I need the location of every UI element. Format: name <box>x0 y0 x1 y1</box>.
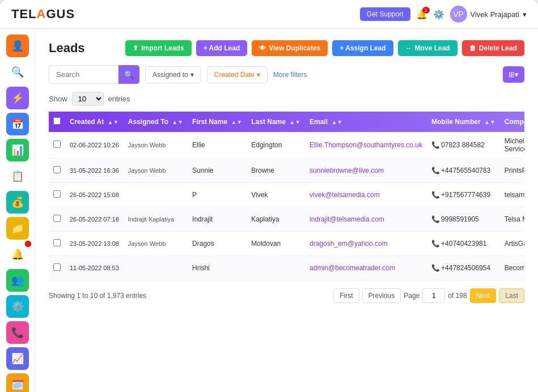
user-name: Vivek Prajapati <box>471 10 519 19</box>
row-assigned-to: Indrajit Kaplatiya <box>124 207 188 232</box>
email-link[interactable]: dragosh_em@yahoo.com <box>310 240 388 248</box>
trash-icon: 🗑 <box>469 44 476 52</box>
row-first-name: Sunnie <box>188 159 247 183</box>
row-company: ArtisGain <box>500 232 524 256</box>
top-bar: TELAGUS Get Support 🔔 1 ⚙️ VP Vivek Praj… <box>0 0 538 29</box>
row-last-name: Browne <box>247 159 305 183</box>
col-last-name: Last Name ▲▼ <box>247 112 305 132</box>
leads-table-wrap: Created At ▲▼ Assigned To ▲▼ First Name … <box>49 112 524 280</box>
sidebar-item-11[interactable]: ⚙️ <box>6 295 29 318</box>
settings-icon[interactable]: ⚙️ <box>433 9 444 20</box>
row-company: telsamedia <box>500 183 524 207</box>
next-page-button[interactable]: Next <box>470 288 497 303</box>
row-checkbox[interactable] <box>53 166 61 173</box>
sidebar-item-1[interactable]: 👤 <box>6 35 29 57</box>
notification-icon[interactable]: 🔔 1 <box>416 9 427 20</box>
sidebar-item-6[interactable]: 📋 <box>6 165 29 188</box>
row-email: dragosh_em@yahoo.com <box>305 232 427 256</box>
email-link[interactable]: Ellie.Thompson@southamtyres.co.uk <box>310 141 422 149</box>
sidebar-item-13[interactable]: 📈 <box>6 347 29 370</box>
row-first-name: P <box>188 183 247 207</box>
sidebar-item-14[interactable]: 🗓️ <box>6 373 29 392</box>
row-checkbox[interactable] <box>53 140 61 148</box>
grid-icon: ⊞ <box>509 70 515 79</box>
select-all-checkbox[interactable] <box>53 117 61 125</box>
row-created-at: 02-06-2022 10:26 <box>65 132 124 159</box>
row-created-at: 26-05-2022 07:18 <box>65 207 124 232</box>
table-row: 26-05-2022 15:08 P Vivek vivek@telsamedi… <box>49 183 524 207</box>
email-link[interactable]: indrajit@telsamedia.com <box>310 215 384 223</box>
add-lead-button[interactable]: + Add Lead <box>196 40 248 56</box>
email-link[interactable]: vivek@telsamedia.com <box>310 191 380 199</box>
row-checkbox-cell <box>49 159 65 183</box>
search-icon: 🔍 <box>124 70 134 79</box>
col-company: Company Name ▲▼ <box>500 112 524 132</box>
row-checkbox[interactable] <box>53 239 61 246</box>
row-first-name: Indrajit <box>188 207 247 232</box>
sidebar-item-8[interactable]: 📁 <box>6 217 29 240</box>
row-checkbox[interactable] <box>53 215 61 222</box>
sidebar-item-12[interactable]: 📞 <box>6 321 29 344</box>
row-mobile: 📞+917567774639 <box>427 183 500 207</box>
view-toggle-button[interactable]: ⊞▾ <box>503 66 524 83</box>
row-first-name: Ellie <box>188 132 247 159</box>
row-email: Ellie.Thompson@southamtyres.co.uk <box>305 132 427 159</box>
of-pages: of 198 <box>448 292 467 300</box>
sidebar-item-3[interactable]: ⚡ <box>6 87 29 109</box>
row-email: vivek@telsamedia.com <box>305 183 427 207</box>
search-button[interactable]: 🔍 <box>118 65 139 84</box>
first-page-button[interactable]: First <box>333 288 359 303</box>
page-title: Leads <box>49 41 85 56</box>
row-first-name: Dragos <box>188 232 247 256</box>
row-checkbox[interactable] <box>53 263 61 271</box>
row-mobile: 📞+447824506954 <box>427 256 500 280</box>
row-assigned-to <box>124 256 188 280</box>
row-mobile: 📞+447565540783 <box>427 159 500 183</box>
move-icon: ↔ <box>405 44 412 52</box>
phone-icon: 📞 <box>431 141 440 149</box>
import-leads-button[interactable]: ⬆ Import Leads <box>125 40 191 56</box>
user-area[interactable]: VP Vivek Prajapati ▾ <box>450 6 527 23</box>
email-link[interactable]: admin@becomeatrader.com <box>310 264 395 272</box>
row-last-name: Kaplatiya <box>247 207 305 232</box>
notification-badge: 1 <box>422 7 430 14</box>
delete-lead-button[interactable]: 🗑 Delete Lead <box>462 40 524 56</box>
move-lead-button[interactable]: ↔ Move Lead <box>398 40 457 56</box>
row-last-name <box>247 256 305 280</box>
phone-icon: 📞 <box>431 264 440 272</box>
row-email: admin@becomeatrader.com <box>305 256 427 280</box>
import-icon: ⬆ <box>133 44 138 52</box>
sidebar-item-4[interactable]: 📅 <box>6 113 29 135</box>
chevron-down-icon: ▾ <box>190 71 194 79</box>
email-link[interactable]: sunniebrowne@live.com <box>310 167 384 174</box>
sidebar-item-7[interactable]: 💰 <box>6 191 29 214</box>
showing-text: Showing 1 to 10 of 1,973 entries <box>49 292 146 300</box>
get-support-button[interactable]: Get Support <box>360 7 410 21</box>
last-page-button[interactable]: Last <box>499 288 524 303</box>
assign-lead-button[interactable]: + Assign Lead <box>332 40 393 56</box>
col-first-name: First Name ▲▼ <box>188 112 247 132</box>
row-first-name: Hrishi <box>188 256 247 280</box>
phone-icon: 📞 <box>431 191 440 199</box>
more-filters-button[interactable]: More filters <box>273 71 307 79</box>
row-assigned-to <box>124 183 188 207</box>
row-checkbox[interactable] <box>53 190 61 198</box>
prev-page-button[interactable]: Previous <box>362 288 401 303</box>
created-date-filter[interactable]: Created Date ▾ <box>207 66 268 83</box>
eye-icon: 👁 <box>259 44 266 52</box>
row-email: indrajit@telsamedia.com <box>305 207 427 232</box>
header-actions: ⬆ Import Leads + Add Lead 👁 View Duplica… <box>125 40 524 56</box>
view-duplicates-button[interactable]: 👁 View Duplicates <box>252 40 328 56</box>
sidebar-item-5[interactable]: 📊 <box>6 139 29 161</box>
top-right-area: Get Support 🔔 1 ⚙️ VP Vivek Prajapati ▾ <box>360 6 527 23</box>
show-entries-select[interactable]: 10 25 50 100 <box>72 92 104 106</box>
table-row: 11-05-2022 08:53 Hrishi admin@becomeatra… <box>49 256 524 280</box>
sidebar-item-9[interactable]: 🔔 ! <box>6 243 29 266</box>
sidebar-item-2[interactable]: 🔍 <box>6 61 29 83</box>
page-input[interactable] <box>422 288 445 303</box>
sidebar-item-10[interactable]: 👥 <box>6 269 29 292</box>
pagination: First Previous Page of 198 Next Last <box>333 288 524 303</box>
row-mobile: 📞+40740423981 <box>427 232 500 256</box>
assigned-to-filter[interactable]: Assigned to ▾ <box>145 66 201 83</box>
table-row: 02-06-2022 10:26 Jayson Webb Ellie Edgin… <box>49 132 524 159</box>
